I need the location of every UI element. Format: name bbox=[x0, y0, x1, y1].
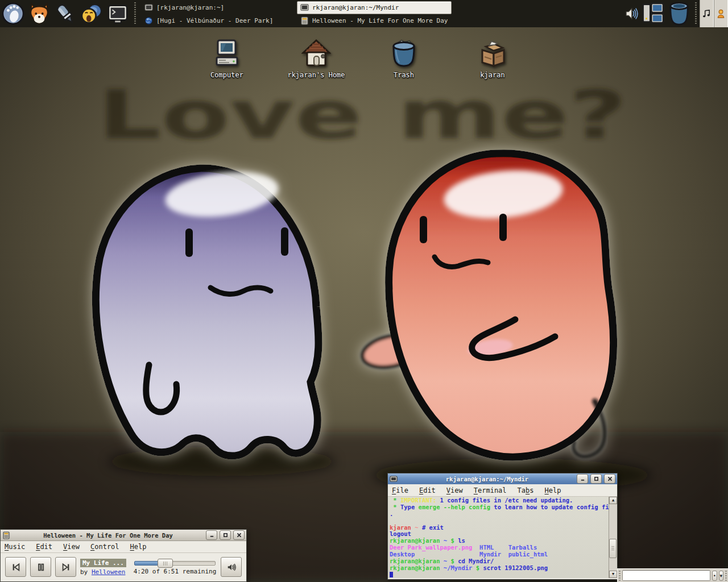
terminal-titlebar[interactable]: rkjaran@kjaran:~/Myndir bbox=[388, 473, 617, 484]
desktop-icon-label: Computer bbox=[190, 71, 264, 79]
previous-button[interactable] bbox=[5, 557, 26, 577]
editor-launcher[interactable] bbox=[52, 1, 78, 27]
terminal-line: kjaran ~ # exit bbox=[390, 525, 609, 531]
desktop-icon-computer[interactable]: Computer bbox=[190, 39, 264, 79]
package-box-icon bbox=[456, 39, 530, 70]
terminal-launcher[interactable] bbox=[105, 1, 131, 27]
scrollbar-thumb[interactable] bbox=[609, 539, 617, 558]
desktop-icon-label: kjaran bbox=[456, 71, 530, 79]
progress-area: 4:20 of 6:51 remaining bbox=[133, 559, 217, 575]
scroll-down-button[interactable]: ▼ bbox=[609, 571, 617, 578]
panel-handle-right[interactable] bbox=[693, 2, 698, 25]
player-titlebar[interactable]: Helloween - My Life For One More Day bbox=[1, 530, 246, 541]
terminal-body: * IMPORTANT: 1 config files in /etc need… bbox=[388, 497, 617, 578]
task-button[interactable]: [rkjaran@kjaran:~] bbox=[141, 1, 296, 14]
menu-item-view[interactable]: View bbox=[446, 487, 463, 494]
volume-button[interactable] bbox=[221, 557, 242, 577]
menu-item-help[interactable]: Help bbox=[130, 543, 147, 551]
terminal-cursor bbox=[390, 572, 393, 577]
command-entry[interactable] bbox=[622, 570, 710, 581]
terminal-line: * Type emerge --help config to learn how… bbox=[390, 504, 609, 511]
task-label: Helloween - My Life For One More Day bbox=[312, 17, 448, 24]
purple-ghost-right-eye bbox=[281, 227, 288, 256]
by-label: by bbox=[80, 568, 88, 576]
computers-icon[interactable] bbox=[640, 1, 666, 27]
scroll-up-button[interactable]: ▲ bbox=[609, 497, 617, 504]
purple-ghost-left-eye bbox=[185, 228, 193, 257]
volume-icon[interactable] bbox=[624, 6, 639, 21]
firefox-launcher[interactable] bbox=[26, 1, 52, 27]
close-button[interactable] bbox=[233, 530, 245, 540]
seek-thumb[interactable] bbox=[158, 559, 173, 568]
trash-applet-icon[interactable] bbox=[667, 1, 691, 27]
menu-item-view[interactable]: View bbox=[63, 543, 80, 551]
panel-launchers bbox=[0, 1, 131, 27]
purple-ghost bbox=[96, 166, 318, 456]
trash-full-icon bbox=[367, 39, 441, 70]
close-button[interactable] bbox=[604, 474, 615, 484]
terminal-small-icon bbox=[144, 3, 153, 12]
globe-small-icon bbox=[144, 16, 153, 25]
command-line-applet: • ▾ bbox=[617, 568, 728, 582]
terminal-window: rkjaran@kjaran:~/Myndir FileEditViewTerm… bbox=[387, 473, 618, 580]
terminal-line: rkjaran@kjaran ~/Myndir $ scrot 19122005… bbox=[390, 565, 609, 572]
task-button[interactable]: Helloween - My Life For One More Day bbox=[297, 14, 452, 27]
maximize-button[interactable] bbox=[220, 530, 231, 540]
wallpaper-caption: Love me? bbox=[98, 76, 627, 154]
menu-item-edit[interactable]: Edit bbox=[419, 487, 436, 494]
menu-item-help[interactable]: Help bbox=[545, 487, 561, 494]
player-menubar: MusicEditViewControlHelp bbox=[1, 541, 246, 553]
menu-item-control[interactable]: Control bbox=[90, 543, 119, 551]
player-small-icon bbox=[300, 16, 309, 25]
player-controls: My Life ... by Helloween 4:20 of 6:51 re… bbox=[1, 553, 246, 581]
task-label: rkjaran@kjaran:~/Myndir bbox=[312, 4, 399, 11]
terminal-output[interactable]: * IMPORTANT: 1 config files in /etc need… bbox=[388, 497, 609, 578]
terminal-line bbox=[390, 572, 609, 578]
menu-item-music[interactable]: Music bbox=[5, 543, 25, 551]
home-folder-icon bbox=[279, 39, 353, 70]
desktop-icon-label: rkjaran's Home bbox=[279, 71, 353, 79]
next-button[interactable] bbox=[55, 557, 76, 577]
scrollbar-track[interactable] bbox=[609, 504, 617, 571]
player-window-icon bbox=[2, 531, 10, 539]
desktop-icon-rkjaran-s-home[interactable]: rkjaran's Home bbox=[279, 39, 353, 79]
pause-button[interactable] bbox=[30, 557, 51, 577]
task-button[interactable]: rkjaran@kjaran:~/Myndir bbox=[297, 1, 452, 14]
maximize-button[interactable] bbox=[590, 474, 602, 484]
window-tasklist: [rkjaran@kjaran:~]rkjaran@kjaran:~/Myndi… bbox=[141, 1, 452, 27]
messenger-launcher[interactable] bbox=[78, 1, 105, 27]
terminal-window-title: rkjaran@kjaran:~/Myndir bbox=[400, 476, 574, 483]
task-button[interactable]: [Hugi - Vélbúnaður - Deer Park] bbox=[141, 14, 296, 27]
song-title: My Life ... bbox=[80, 559, 126, 567]
menu-item-terminal[interactable]: Terminal bbox=[474, 487, 507, 494]
time-remaining-label: 4:20 of 6:51 remaining bbox=[133, 568, 217, 575]
applet-handle-left[interactable] bbox=[619, 571, 621, 581]
terminal-window-icon bbox=[390, 475, 398, 483]
seek-slider[interactable] bbox=[134, 561, 216, 566]
artist-link[interactable]: Helloween bbox=[92, 568, 126, 576]
music-player-window: Helloween - My Life For One More Day Mus… bbox=[0, 529, 247, 582]
command-browser-button[interactable]: • bbox=[712, 571, 717, 581]
minimize-button[interactable] bbox=[577, 474, 588, 484]
main-menu-launcher[interactable] bbox=[0, 1, 26, 27]
player-window-title: Helloween - My Life For One More Day bbox=[13, 532, 204, 539]
terminal-menubar: FileEditViewTerminalTabsHelp bbox=[388, 484, 617, 497]
notification-tray bbox=[700, 0, 728, 27]
desktop-icon-label: Trash bbox=[367, 71, 441, 79]
minimize-button[interactable] bbox=[206, 530, 217, 540]
song-info: My Life ... by Helloween bbox=[80, 559, 129, 576]
computer-desktop-icon bbox=[190, 39, 264, 70]
buddy-tray-icon[interactable] bbox=[714, 0, 728, 27]
terminal-scrollbar[interactable]: ▲ ▼ bbox=[609, 497, 617, 578]
command-history-button[interactable]: ▾ bbox=[719, 571, 723, 581]
menu-item-file[interactable]: File bbox=[392, 487, 408, 494]
panel-handle-left[interactable] bbox=[133, 2, 137, 25]
artist-line: by Helloween bbox=[80, 568, 129, 576]
applet-handle-right[interactable] bbox=[725, 571, 727, 581]
desktop-icon-trash[interactable]: Trash bbox=[367, 39, 441, 79]
menu-item-edit[interactable]: Edit bbox=[36, 543, 52, 551]
desktop-icon-kjaran[interactable]: kjaran bbox=[456, 39, 530, 79]
music-tray-icon[interactable] bbox=[700, 0, 714, 27]
menu-item-tabs[interactable]: Tabs bbox=[518, 487, 534, 494]
top-panel: [rkjaran@kjaran:~]rkjaran@kjaran:~/Myndi… bbox=[0, 0, 728, 27]
